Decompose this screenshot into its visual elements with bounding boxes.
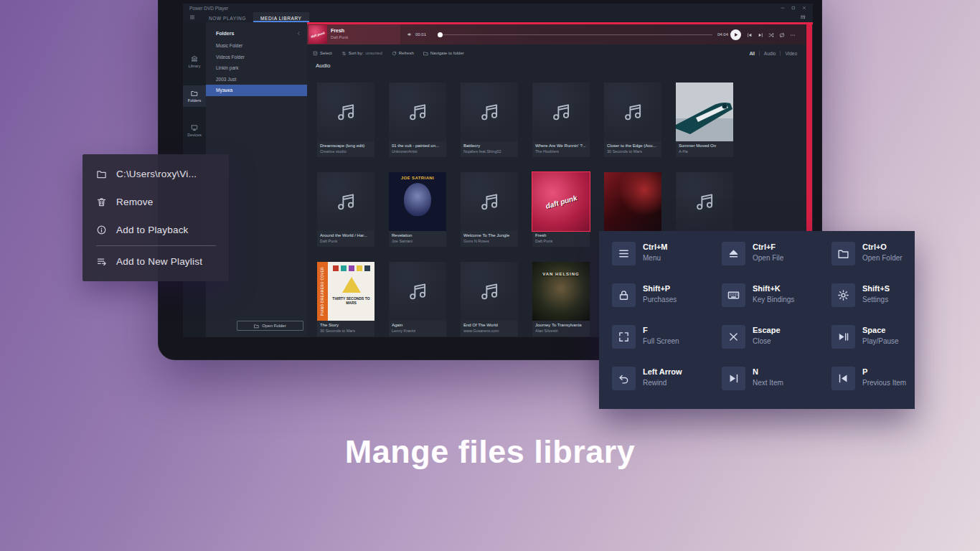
album-tile-closer-to-the-edge-aco[interactable]: Closer to the Edge (Aco...30 Seconds to …: [604, 83, 661, 157]
folder-item-music-folder[interactable]: Music Folder: [206, 40, 307, 52]
album-tile-welcome-to-the-jungle[interactable]: Welcome To The JungleGuns N Roses: [461, 172, 518, 247]
album-label: Journey To TransylvaniaAlan Silvestri: [532, 321, 590, 336]
filter-divider: [780, 51, 781, 56]
menu-item-add-to-playback[interactable]: Add to Playback: [83, 216, 229, 244]
open-folder-label: Open Folder: [262, 324, 286, 328]
stage: Power DVD Player NOW PLAYINGMEDIA LIBRAR…: [0, 0, 980, 551]
folder-item-item[interactable]: Музыка: [206, 85, 307, 96]
album-tile-dreamscape-long-edit[interactable]: Dreamscape (long edit)Creative studio: [317, 83, 374, 157]
album-tile-journey-to-transylvania[interactable]: VAN HELSINGJourney To TransylvaniaAlan S…: [532, 262, 590, 336]
track-title: Fresh: [331, 28, 344, 33]
shuffle-icon[interactable]: [768, 32, 774, 38]
repeat-icon[interactable]: [779, 32, 785, 38]
nav-devices[interactable]: Devices: [183, 120, 206, 141]
filter-all[interactable]: All: [750, 51, 755, 56]
section-title: Audio: [316, 62, 330, 69]
volume-icon[interactable]: [407, 32, 413, 37]
folder-item-linkin-park[interactable]: Linkin park: [206, 62, 307, 74]
library-toolbar: SelectSort by:unsortedRefreshNavigate to…: [307, 48, 806, 58]
nav-library[interactable]: Library: [183, 51, 206, 72]
collapse-chevron-icon[interactable]: [296, 31, 301, 36]
more-options-icon[interactable]: [790, 32, 796, 38]
album-tile-summer-moved-on[interactable]: Summer Moved OnA-Ha: [676, 83, 733, 157]
music-note-icon: [622, 101, 644, 123]
close-button[interactable]: [802, 6, 806, 10]
shortcut-next-item: NNext Item: [722, 367, 831, 408]
now-playing-thumbnail[interactable]: daft punk: [308, 25, 327, 44]
tabs: NOW PLAYINGMEDIA LIBRARY: [202, 12, 309, 22]
tab-media-library[interactable]: MEDIA LIBRARY: [253, 12, 309, 22]
maximize-button[interactable]: [791, 6, 796, 10]
album-tile-where-are-we-runnin[interactable]: Where Are We Runnin' ?...The Hooblers: [532, 83, 590, 157]
toolbar-navigate-to-folder[interactable]: Navigate to folder: [423, 51, 464, 56]
album-tile-battlecry[interactable]: BattlecryNujabes feat.Shing02: [461, 83, 518, 157]
eject-icon: [722, 242, 745, 265]
caption: Mange files library: [0, 433, 980, 471]
tab-now-playing[interactable]: NOW PLAYING: [202, 12, 253, 22]
album-tile-the-story[interactable]: PIANO DREAMERS COVERTHIRTY SECONDS TO MA…: [317, 262, 374, 336]
nav-folders[interactable]: Folders: [183, 85, 206, 107]
toolbar-sort-by[interactable]: Sort by:unsorted: [341, 51, 382, 56]
shortcuts-panel: Ctrl+MMenuCtrl+FOpen FileCtrl+OOpen Fold…: [599, 231, 915, 409]
album-art-revelation: JOE SATRIANI: [389, 172, 446, 231]
album-tile-01-the-cult-painted-on[interactable]: 01 the cult - painted on...UnknownArtist: [389, 83, 446, 157]
album-label: Closer to the Edge (Aco...30 Seconds to …: [604, 141, 661, 157]
folder-item-2003-just[interactable]: 2003 Just: [206, 74, 307, 85]
album-art-the-story: PIANO DREAMERS COVERTHIRTY SECONDS TO MA…: [317, 262, 374, 321]
album-art-airplane: [676, 83, 733, 141]
shortcut-purchases: Shift+PPurchases: [612, 283, 722, 325]
album-label: RevelationJoe Satriani: [389, 231, 446, 247]
album-art-placeholder: [532, 83, 590, 141]
music-note-icon: [479, 191, 500, 212]
folder-item-videos-folder[interactable]: Videos Folder: [206, 52, 307, 63]
music-note-icon: [407, 281, 428, 302]
album-art-placeholder: [676, 172, 733, 231]
shortcut-key-bindings: Shift+KKey Bindings: [722, 283, 831, 325]
playlist-queue-icon[interactable]: [800, 14, 806, 20]
shortcut-open-file: Ctrl+FOpen File: [722, 242, 831, 283]
minimize-button[interactable]: [781, 6, 785, 10]
album-art-placeholder: [461, 172, 518, 231]
filter-audio[interactable]: Audio: [764, 51, 776, 56]
album-art-placeholder: [317, 172, 374, 231]
seek-slider[interactable]: [438, 34, 712, 35]
info-icon: [96, 225, 107, 235]
album-label: Dreamscape (long edit)Creative studio: [317, 141, 374, 157]
album-art-van-helsing: VAN HELSING: [532, 262, 590, 321]
album-tile-fresh[interactable]: daft punkFreshDaft Punk: [532, 172, 590, 247]
menu-item-remove[interactable]: Remove: [83, 188, 229, 216]
music-note-icon: [335, 101, 357, 123]
rewind-icon: [612, 367, 636, 390]
album-art-photo: [604, 172, 661, 231]
album-tile-again[interactable]: AgainLenny Kravitz: [389, 262, 446, 336]
album-label: End Of The Worldwww.Gusanero.com: [461, 321, 518, 336]
album-tile-end-of-the-world[interactable]: End Of The Worldwww.Gusanero.com: [461, 262, 518, 336]
album-tile-around-the-world-har[interactable]: Around the World / Har...Daft Punk: [317, 172, 374, 247]
titlebar: Power DVD Player: [183, 4, 813, 12]
album-label: Around the World / Har...Daft Punk: [317, 231, 374, 247]
gear-icon: [831, 283, 855, 307]
play-button[interactable]: [730, 29, 741, 40]
track-artist: Daft Punk: [331, 35, 348, 39]
menu-item-add-to-new-playlist[interactable]: Add to New Playlist: [83, 248, 229, 276]
menu-item-c-users-roxy-vi[interactable]: C:\Users\roxy\Vi...: [83, 160, 229, 188]
navigate-folder-icon: [423, 51, 428, 56]
music-note-icon: [407, 101, 428, 123]
open-folder-button[interactable]: Open Folder: [237, 321, 303, 331]
previous-track-icon[interactable]: [747, 32, 753, 38]
toolbar-refresh[interactable]: Refresh: [392, 51, 414, 56]
seek-knob[interactable]: [438, 32, 443, 37]
total-time: 04:04: [717, 32, 728, 37]
close-icon: [722, 325, 745, 349]
hamburger-menu-icon[interactable]: [189, 14, 195, 20]
album-label: FreshDaft Punk: [532, 231, 590, 247]
filter-divider: [759, 51, 760, 56]
filter-video[interactable]: Video: [785, 51, 797, 56]
folders-list: Music FolderVideos FolderLinkin park2003…: [206, 40, 307, 96]
toolbar-select[interactable]: Select: [313, 51, 332, 56]
next-track-icon[interactable]: [758, 32, 763, 38]
album-tile-revelation[interactable]: JOE SATRIANIRevelationJoe Satriani: [389, 172, 446, 247]
media-filters: AllAudioVideo: [750, 51, 806, 56]
menu-icon: [612, 242, 636, 265]
sort-arrows-icon: [341, 51, 347, 56]
